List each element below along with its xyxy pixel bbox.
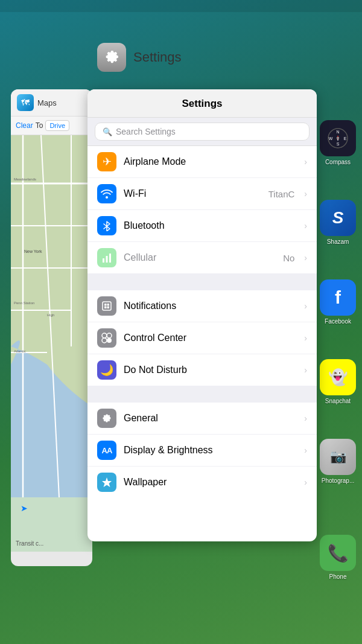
control-center-chevron: › — [304, 333, 307, 343]
svg-point-21 — [337, 137, 339, 139]
right-dock: N S W E Compass S Shazam f Facebook 👻 Sn… — [314, 89, 362, 490]
svg-point-33 — [107, 338, 112, 343]
search-placeholder: Search Settings — [116, 127, 176, 136]
dock-app-photography[interactable]: 📷 Photograp... — [316, 410, 360, 488]
svg-text:High: High — [47, 313, 54, 317]
facebook-label: Facebook — [317, 318, 359, 325]
wifi-icon — [97, 184, 116, 203]
settings-header-bar: Settings — [87, 36, 317, 78]
settings-row-control-center[interactable]: Control Center › — [87, 322, 317, 354]
svg-point-31 — [107, 333, 112, 338]
compass-svg: N S W E — [327, 127, 349, 149]
settings-row-notifications[interactable]: Notifications › — [87, 290, 317, 322]
svg-point-32 — [102, 338, 107, 343]
dock-app-shazam[interactable]: S Shazam — [316, 171, 360, 249]
settings-panel-title: Settings — [182, 98, 222, 109]
maps-drive-button[interactable]: Drive — [45, 120, 69, 131]
cellular-icon — [97, 248, 116, 267]
svg-rect-28 — [104, 307, 107, 309]
svg-text:Penn Station: Penn Station — [14, 301, 34, 305]
wifi-symbol — [101, 188, 113, 200]
svg-text:Atlantic: Atlantic — [14, 349, 26, 353]
search-bar-container: 🔍 Search Settings — [87, 118, 317, 146]
wallpaper-icon — [97, 473, 116, 492]
cellular-value: No — [283, 253, 294, 263]
settings-section-system: Notifications › Control Center › — [87, 290, 317, 386]
photography-label: Photograp... — [317, 477, 359, 484]
dock-app-facebook[interactable]: f Facebook — [316, 251, 360, 328]
display-brightness-icon: AA — [97, 441, 116, 460]
svg-rect-26 — [104, 304, 107, 306]
compass-label: Compass — [317, 159, 359, 165]
wallpaper-symbol — [101, 476, 113, 488]
svg-point-30 — [102, 333, 107, 338]
svg-text:W: W — [329, 136, 333, 141]
maps-to-label: To — [36, 121, 43, 130]
bluetooth-chevron: › — [304, 221, 307, 231]
cellular-symbol — [101, 252, 112, 263]
wallpaper-chevron: › — [304, 477, 307, 487]
wifi-label: Wi-Fi — [124, 188, 261, 199]
maps-footer: Transit c... — [16, 540, 43, 547]
notifications-label: Notifications — [124, 301, 297, 311]
snapchat-icon: 👻 — [320, 359, 356, 395]
settings-row-wallpaper[interactable]: Wallpaper › — [87, 467, 317, 498]
control-center-icon — [97, 328, 116, 348]
settings-row-airplane-mode[interactable]: ✈ Airplane Mode › — [87, 146, 317, 178]
display-brightness-label: Display & Brightness — [124, 445, 297, 456]
location-button[interactable]: ➤ — [17, 501, 31, 515]
do-not-disturb-icon: 🌙 — [97, 360, 116, 380]
settings-row-cellular[interactable]: Cellular No › — [87, 242, 317, 273]
maps-icon: 🗺 — [17, 94, 34, 111]
maps-clear-button[interactable]: Clear — [16, 121, 33, 130]
search-icon: 🔍 — [103, 127, 112, 136]
svg-text:Meadowlands: Meadowlands — [14, 177, 36, 181]
notifications-symbol — [101, 300, 113, 312]
settings-section-display: General › AA Display & Brightness › Wall… — [87, 403, 317, 498]
dock-app-compass[interactable]: N S W E Compass — [316, 92, 360, 169]
settings-row-do-not-disturb[interactable]: 🌙 Do Not Disturb › — [87, 354, 317, 386]
airplane-mode-chevron: › — [304, 157, 307, 167]
photography-icon: 📷 — [320, 439, 356, 475]
svg-text:E: E — [344, 136, 347, 141]
display-brightness-chevron: › — [304, 445, 307, 455]
settings-row-general[interactable]: General › — [87, 403, 317, 435]
settings-row-wifi[interactable]: Wi-Fi TitanC › — [87, 178, 317, 210]
settings-row-display-brightness[interactable]: AA Display & Brightness › — [87, 435, 317, 467]
facebook-icon: f — [320, 279, 356, 316]
maps-title: Maps — [37, 98, 57, 107]
svg-text:S: S — [337, 142, 340, 146]
status-bar — [0, 0, 362, 12]
general-chevron: › — [304, 413, 307, 423]
maps-map: Meadowlands New York Penn Station Atlant… — [11, 135, 92, 552]
shazam-icon: S — [320, 200, 356, 236]
settings-app-name: Settings — [133, 49, 182, 65]
general-label: General — [124, 413, 297, 424]
dock-app-snapchat[interactable]: 👻 Snapchat — [316, 331, 360, 408]
settings-title-bar: Settings — [87, 89, 317, 118]
do-not-disturb-chevron: › — [304, 365, 307, 375]
settings-app-icon — [97, 43, 126, 72]
phone-icon: 📞 — [320, 535, 356, 571]
general-icon — [97, 409, 116, 428]
search-bar[interactable]: 🔍 Search Settings — [95, 123, 310, 141]
bluetooth-symbol — [101, 220, 112, 231]
do-not-disturb-label: Do Not Disturb — [124, 365, 297, 375]
settings-row-bluetooth[interactable]: Bluetooth › — [87, 210, 317, 242]
notifications-icon — [97, 296, 116, 316]
compass-icon: N S W E — [320, 120, 356, 156]
bluetooth-label: Bluetooth — [124, 220, 297, 231]
settings-panel: Settings 🔍 Search Settings ✈ Airplane Mo… — [87, 89, 317, 541]
svg-rect-24 — [109, 253, 111, 263]
section-separator-1 — [87, 273, 317, 290]
maps-card: 🗺 Maps Clear To Drive Meadowlands New Yo… — [11, 89, 92, 566]
general-gear-svg — [101, 412, 113, 424]
wallpaper-label: Wallpaper — [124, 477, 297, 488]
phone-app[interactable]: 📞 Phone — [314, 511, 362, 584]
snapchat-label: Snapchat — [317, 398, 359, 404]
maps-toolbar: Clear To Drive — [11, 116, 92, 135]
cellular-chevron: › — [304, 253, 307, 263]
phone-label: Phone — [329, 573, 347, 580]
control-center-symbol — [101, 332, 113, 344]
bluetooth-icon — [97, 216, 116, 235]
